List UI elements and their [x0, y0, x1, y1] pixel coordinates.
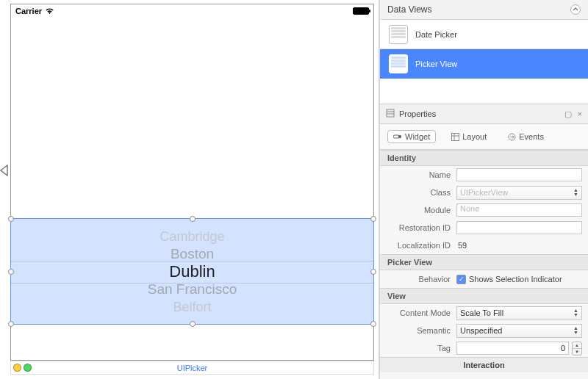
- svg-rect-0: [387, 109, 394, 117]
- status-bar: Carrier: [11, 4, 373, 18]
- chevron-updown-icon: ▲▼: [573, 308, 578, 317]
- section-picker-view: Picker View: [380, 254, 588, 270]
- widget-icon: [393, 132, 402, 141]
- resize-handle[interactable]: [8, 216, 14, 222]
- events-icon: [507, 132, 516, 141]
- library-item-date-picker[interactable]: Date Picker: [380, 20, 588, 49]
- resize-handle[interactable]: [8, 321, 14, 327]
- properties-title: Properties: [399, 109, 436, 118]
- close-icon[interactable]: ×: [578, 109, 582, 119]
- restoration-id-field[interactable]: [456, 221, 582, 234]
- class-select[interactable]: UIPickerView ▲▼: [456, 186, 582, 200]
- semantic-label: Semantic: [380, 326, 456, 335]
- shows-selection-indicator-checkbox[interactable]: ✓: [456, 275, 466, 284]
- tab-events[interactable]: Events: [501, 130, 550, 143]
- localization-id-value: 59: [456, 241, 467, 250]
- date-picker-icon: [389, 25, 408, 44]
- semantic-select[interactable]: Unspecified ▲▼: [456, 324, 582, 338]
- resize-handle[interactable]: [370, 269, 376, 275]
- first-responder-icon[interactable]: [13, 364, 21, 372]
- class-value: UIPickerView: [460, 188, 508, 197]
- resize-handle[interactable]: [190, 216, 196, 222]
- section-identity: Identity: [380, 150, 588, 166]
- localization-id-label: Localization ID: [380, 241, 456, 250]
- tab-label: Widget: [405, 132, 430, 141]
- behavior-label: Behavior: [380, 275, 456, 284]
- tag-field[interactable]: [456, 342, 569, 355]
- section-view: View: [380, 288, 588, 304]
- detach-icon[interactable]: ▢: [564, 109, 572, 119]
- chevron-updown-icon: ▲▼: [573, 326, 578, 335]
- content-mode-value: Scale To Fill: [460, 308, 503, 317]
- properties-header: Properties ▢ ×: [380, 104, 588, 124]
- exit-icon[interactable]: [24, 364, 32, 372]
- library-title: Data Views: [387, 4, 431, 15]
- selection-overlay[interactable]: [10, 218, 374, 325]
- tab-label: Events: [519, 132, 544, 141]
- tag-label: Tag: [380, 344, 456, 353]
- stepper-down-icon[interactable]: ▼: [573, 349, 581, 355]
- library-item-picker-view[interactable]: Picker View: [380, 49, 588, 79]
- battery-icon: [353, 7, 369, 15]
- name-field[interactable]: [456, 168, 582, 181]
- svg-point-4: [398, 135, 401, 138]
- content-mode-select[interactable]: Scale To Fill ▲▼: [456, 306, 582, 320]
- tab-layout[interactable]: Layout: [445, 130, 492, 143]
- collapse-icon[interactable]: [570, 4, 581, 15]
- resize-handle[interactable]: [370, 321, 376, 327]
- resize-handle[interactable]: [8, 269, 14, 275]
- properties-tabs: Widget Layout Events: [380, 124, 588, 150]
- library-header: Data Views: [380, 0, 588, 20]
- tab-label: Layout: [462, 132, 487, 141]
- picker-view-icon: [389, 54, 408, 73]
- chevron-updown-icon: ▲▼: [573, 188, 578, 197]
- module-label: Module: [380, 206, 456, 214]
- library-item-label: Picker View: [415, 59, 457, 68]
- module-field[interactable]: None: [456, 203, 582, 217]
- scene-dock[interactable]: UIPicker: [10, 361, 374, 375]
- name-label: Name: [380, 170, 456, 179]
- layout-icon: [451, 132, 459, 141]
- scene-dock-icons: [13, 364, 32, 372]
- semantic-value: Unspecified: [460, 326, 502, 335]
- wifi-icon: [45, 7, 54, 15]
- inspector-panel: Data Views Date Picker Picker View Prope…: [379, 0, 588, 379]
- segue-enter-arrow-icon: [0, 164, 10, 181]
- carrier-label: Carrier: [15, 7, 42, 15]
- properties-icon: [386, 109, 395, 119]
- library-spacer: [380, 79, 588, 104]
- scene-label: UIPicker: [177, 364, 208, 372]
- design-canvas[interactable]: Carrier Cambridge Boston Dublin San Fran…: [0, 0, 379, 379]
- stepper-up-icon[interactable]: ▲: [573, 342, 581, 349]
- tab-widget[interactable]: Widget: [387, 130, 436, 143]
- tag-stepper[interactable]: ▲▼: [572, 342, 582, 355]
- behavior-checkbox-label: Shows Selection Indicator: [469, 275, 562, 284]
- section-interaction: Interaction: [380, 357, 588, 372]
- content-mode-label: Content Mode: [380, 308, 456, 317]
- class-label: Class: [380, 188, 456, 197]
- restoration-id-label: Restoration ID: [380, 223, 456, 232]
- svg-rect-3: [393, 135, 399, 138]
- resize-handle[interactable]: [370, 216, 376, 222]
- library-item-label: Date Picker: [415, 30, 457, 39]
- resize-handle[interactable]: [190, 321, 196, 327]
- svg-rect-5: [451, 133, 459, 140]
